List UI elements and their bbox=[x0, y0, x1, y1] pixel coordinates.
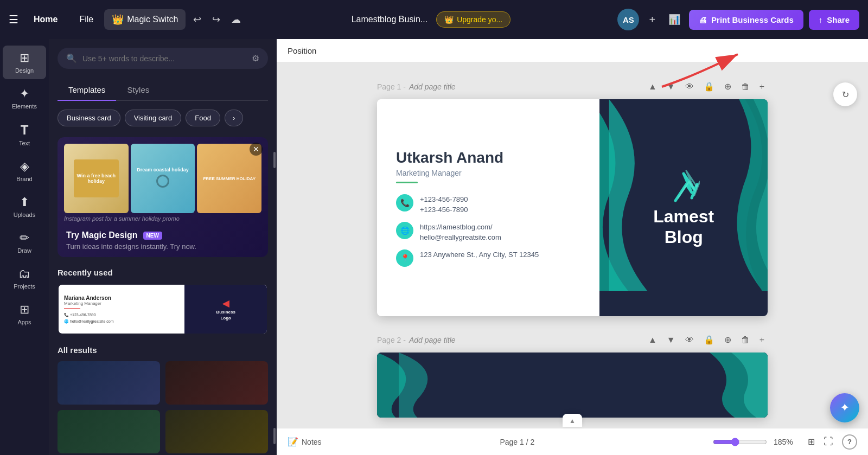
page-1-label: Page 1 - bbox=[377, 82, 406, 91]
search-input[interactable] bbox=[82, 54, 246, 63]
notes-button[interactable]: 📝 Notes bbox=[288, 437, 322, 447]
sidebar-item-uploads[interactable]: ⬆ Uploads bbox=[3, 190, 46, 223]
panel-scrollbar-bottom bbox=[273, 428, 276, 444]
magic-design-images: Win a free beach holiday Dream coastal h… bbox=[58, 137, 268, 213]
sidebar-label-design: Design bbox=[15, 67, 34, 74]
page-2-delete-btn[interactable]: 🗑 bbox=[738, 333, 753, 347]
filter-chips: Business card Visiting card Food › bbox=[58, 110, 268, 126]
template-info-1: 📞 +123-456-7890 bbox=[64, 313, 179, 317]
share-icon: ↑ bbox=[819, 15, 823, 24]
page-2-eye-btn[interactable]: 👁 bbox=[682, 333, 697, 347]
tab-styles[interactable]: Styles bbox=[116, 80, 160, 101]
result-card-2[interactable] bbox=[165, 361, 268, 405]
magic-design-title: Try Magic Design bbox=[66, 230, 138, 240]
zoom-slider[interactable] bbox=[713, 438, 767, 446]
help-button[interactable]: ? bbox=[842, 434, 857, 450]
zoom-controls: 185% ⊞ ⛶ ? bbox=[713, 434, 857, 450]
sidebar-item-projects[interactable]: 🗂 Projects bbox=[3, 261, 46, 295]
magic-design-dismiss[interactable]: ✕ bbox=[250, 143, 263, 156]
page-1-add-btn[interactable]: + bbox=[756, 80, 768, 94]
upgrade-label: Upgrade yo... bbox=[457, 15, 502, 24]
sidebar-item-text[interactable]: T Text bbox=[3, 117, 46, 152]
page-2-add-btn[interactable]: + bbox=[756, 333, 768, 347]
view-buttons: ⊞ ⛶ bbox=[805, 434, 835, 450]
tab-templates[interactable]: Templates bbox=[58, 80, 116, 101]
expand-tab[interactable]: ▲ bbox=[563, 414, 582, 427]
canvas-scroll[interactable]: Page 1 - Add page title ▲ ▼ 👁 🔒 ⊕ 🗑 + bbox=[277, 63, 868, 428]
template-info-2: 🌐 hello@reallygreatsite.com bbox=[64, 319, 179, 324]
printer-icon: 🖨 bbox=[699, 15, 707, 24]
page-1-copy-btn[interactable]: ⊕ bbox=[721, 79, 735, 94]
sidebar-label-elements: Elements bbox=[12, 103, 37, 110]
add-collaborator-button[interactable]: + bbox=[644, 11, 660, 28]
page-2-copy-btn[interactable]: ⊕ bbox=[721, 332, 735, 347]
print-button[interactable]: 🖨 Print Business Cards bbox=[689, 10, 803, 30]
chip-more-button[interactable]: › bbox=[225, 110, 243, 126]
card-person-name: Utkarsh Anand bbox=[396, 149, 580, 166]
result-card-3[interactable] bbox=[58, 410, 160, 453]
sidebar-item-elements[interactable]: ✦ Elements bbox=[3, 81, 46, 115]
chip-food[interactable]: Food bbox=[186, 110, 220, 126]
page-1-up-btn[interactable]: ▲ bbox=[645, 80, 660, 94]
business-card-page-2[interactable] bbox=[377, 353, 768, 418]
chip-visiting-card[interactable]: Visiting card bbox=[125, 110, 182, 126]
contact-address-row: 📍 123 Anywhere St., Any City, ST 12345 bbox=[396, 249, 580, 267]
cloud-save-icon[interactable]: ☁ bbox=[228, 10, 244, 29]
undo-redo-actions: ↩ ↪ ☁ bbox=[190, 10, 244, 29]
magic-caption: Instagram post for a summer holiday prom… bbox=[58, 213, 268, 224]
sidebar-item-design[interactable]: ⊞ Design bbox=[3, 46, 46, 79]
page-2-down-btn[interactable]: ▼ bbox=[663, 333, 679, 347]
page-1-down-btn[interactable]: ▼ bbox=[663, 80, 679, 94]
hamburger-menu[interactable]: ☰ bbox=[9, 13, 18, 26]
address-text: 123 Anywhere St., Any City, ST 12345 bbox=[420, 249, 539, 260]
magic-switch-label: Magic Switch bbox=[127, 15, 178, 24]
undo-button[interactable]: ↩ bbox=[190, 10, 205, 29]
result-card-1[interactable] bbox=[58, 361, 160, 405]
magic-design-card[interactable]: ✕ Win a free beach holiday Dream coastal… bbox=[58, 137, 268, 257]
business-card-page-1[interactable]: Utkarsh Anand Marketing Manager 📞 +123-4… bbox=[377, 99, 768, 316]
magic-title-row: Try Magic Design NEW bbox=[66, 230, 259, 240]
recently-used-grid: Mariana Anderson Marketing Manager 📞 +12… bbox=[58, 284, 268, 335]
page-2-header: Page 2 - Add page title ▲ ▼ 👁 🔒 ⊕ 🗑 + bbox=[377, 332, 768, 347]
sidebar-item-draw[interactable]: ✏ Draw bbox=[3, 226, 46, 259]
avatar[interactable]: AS bbox=[617, 9, 639, 30]
template-preview-1: Mariana Anderson Marketing Manager 📞 +12… bbox=[59, 285, 267, 334]
fullscreen-button[interactable]: ⛶ bbox=[821, 434, 835, 450]
filter-icon[interactable]: ⚙ bbox=[252, 53, 259, 63]
upgrade-button[interactable]: 👑 Upgrade yo... bbox=[436, 11, 510, 28]
page-1-add-title[interactable]: Add page title bbox=[409, 82, 456, 91]
page-1-delete-btn[interactable]: 🗑 bbox=[738, 80, 753, 94]
zoom-level: 185% bbox=[774, 438, 798, 446]
page-1-lock-btn[interactable]: 🔒 bbox=[700, 79, 718, 94]
uploads-icon: ⬆ bbox=[20, 195, 29, 209]
file-menu[interactable]: File bbox=[73, 10, 100, 29]
refresh-button[interactable]: ↻ bbox=[833, 82, 857, 106]
home-link[interactable]: Home bbox=[27, 10, 64, 29]
share-button[interactable]: ↑ Share bbox=[809, 10, 859, 30]
redo-button[interactable]: ↪ bbox=[209, 10, 224, 29]
sidebar-label-uploads: Uploads bbox=[14, 212, 35, 218]
phone-2: +123-456-7890 bbox=[420, 204, 468, 215]
page-2-lock-btn[interactable]: 🔒 bbox=[700, 332, 718, 347]
template-name-1: Mariana Anderson bbox=[64, 295, 179, 301]
page-1-eye-btn[interactable]: 👁 bbox=[682, 80, 697, 94]
analytics-icon[interactable]: 📊 bbox=[665, 10, 684, 29]
page-2-up-btn[interactable]: ▲ bbox=[645, 333, 660, 347]
grid-view-button[interactable]: ⊞ bbox=[805, 434, 818, 450]
panel-scroll-area[interactable]: 🔍 ⚙ Templates Styles Business card Visit… bbox=[49, 39, 277, 455]
svg-rect-0 bbox=[377, 353, 768, 418]
phone-icon: 📞 bbox=[396, 194, 413, 212]
result-card-4[interactable] bbox=[165, 410, 268, 453]
magic-ai-button[interactable]: ✦ bbox=[830, 393, 859, 422]
recent-template-1[interactable]: Mariana Anderson Marketing Manager 📞 +12… bbox=[58, 284, 268, 335]
panel-scrollbar-top bbox=[273, 152, 276, 168]
sidebar-item-apps[interactable]: ⊞ Apps bbox=[3, 297, 46, 331]
page-2-add-title[interactable]: Add page title bbox=[409, 336, 456, 344]
template-left-1: Mariana Anderson Marketing Manager 📞 +12… bbox=[59, 285, 184, 334]
bottom-bar: 📝 Notes Page 1 / 2 185% ⊞ ⛶ ? bbox=[277, 428, 868, 455]
chip-business-card[interactable]: Business card bbox=[58, 110, 120, 126]
web-icon: 🌐 bbox=[396, 222, 413, 239]
sidebar-item-brand[interactable]: ◈ Brand bbox=[3, 154, 46, 188]
document-title[interactable]: Lamestblog Busin... bbox=[352, 15, 428, 24]
magic-switch-button[interactable]: 👑 Magic Switch bbox=[104, 9, 186, 30]
